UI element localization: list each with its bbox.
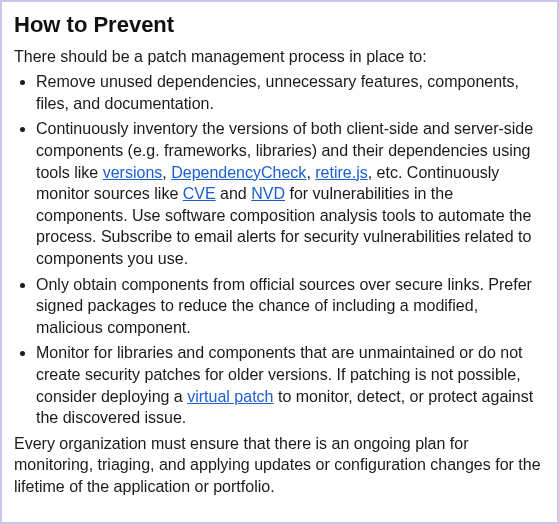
list-item: Remove unused dependencies, unnecessary … — [36, 71, 545, 114]
link-dependencycheck[interactable]: DependencyCheck — [171, 164, 306, 181]
bullet-list: Remove unused dependencies, unnecessary … — [14, 71, 545, 429]
text-segment: Remove unused dependencies, unnecessary … — [36, 73, 519, 112]
text-segment: , — [162, 164, 171, 181]
intro-text: There should be a patch management proce… — [14, 46, 545, 68]
link-nvd[interactable]: NVD — [251, 185, 285, 202]
link-virtual-patch[interactable]: virtual patch — [187, 388, 273, 405]
text-segment: Only obtain components from official sou… — [36, 276, 532, 336]
link-versions[interactable]: versions — [103, 164, 163, 181]
prevention-card: How to Prevent There should be a patch m… — [0, 0, 559, 524]
link-cve[interactable]: CVE — [183, 185, 216, 202]
list-item: Continuously inventory the versions of b… — [36, 118, 545, 269]
link-retirejs[interactable]: retire.js — [315, 164, 367, 181]
outro-text: Every organization must ensure that ther… — [14, 433, 545, 498]
text-segment: and — [216, 185, 252, 202]
list-item: Only obtain components from official sou… — [36, 274, 545, 339]
text-segment: , — [306, 164, 315, 181]
section-title: How to Prevent — [14, 10, 545, 40]
list-item: Monitor for libraries and components tha… — [36, 342, 545, 428]
